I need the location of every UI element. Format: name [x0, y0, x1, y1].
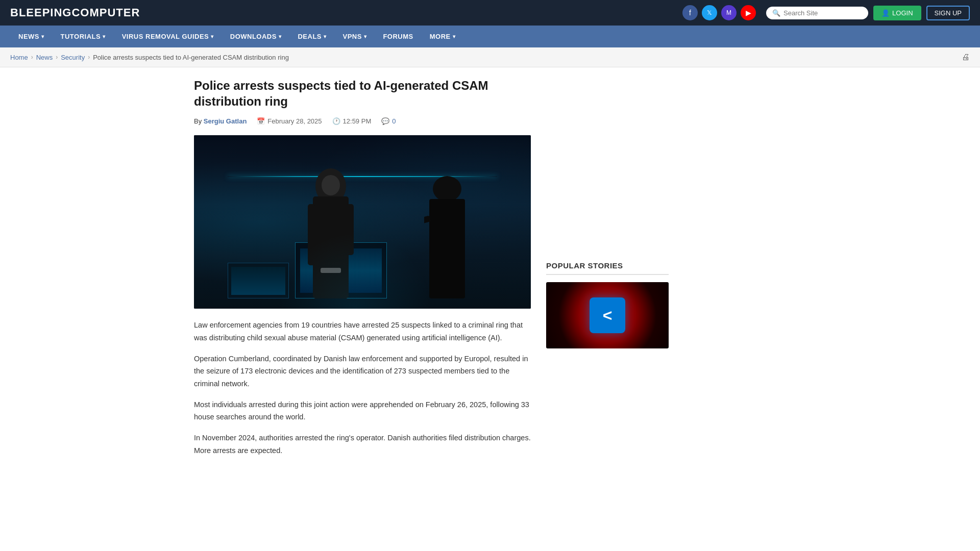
- nav-downloads-label: DOWNLOADS: [230, 33, 277, 40]
- nav-deals-label: DEALS: [298, 33, 322, 40]
- social-icons: f 𝕏 M ▶: [682, 5, 756, 20]
- comment-count: 0: [392, 117, 396, 125]
- article-time: 🕐 12:59 PM: [332, 117, 372, 125]
- breadcrumb-news[interactable]: News: [36, 54, 53, 61]
- youtube-icon[interactable]: ▶: [741, 5, 756, 20]
- sidebar: POPULAR STORIES <: [546, 78, 669, 465]
- vscode-logo: <: [590, 297, 625, 333]
- search-bar: 🔍: [766, 7, 868, 19]
- main-nav: NEWS ▾ TUTORIALS ▾ VIRUS REMOVAL GUIDES …: [0, 26, 980, 47]
- nav-forums-label: FORUMS: [383, 33, 413, 40]
- svg-point-6: [433, 176, 461, 202]
- nav-virus-arrow: ▾: [211, 34, 214, 39]
- nav-downloads-arrow: ▾: [279, 34, 282, 39]
- login-label: LOGIN: [892, 9, 913, 17]
- article-comments[interactable]: 💬 0: [381, 117, 396, 125]
- popular-stories-title: POPULAR STORIES: [546, 261, 669, 275]
- nav-more[interactable]: MORE ▾: [422, 26, 464, 47]
- nav-news-arrow: ▾: [41, 34, 44, 39]
- main-container: Police arrests suspects tied to AI-gener…: [184, 67, 796, 475]
- separator-1: ›: [31, 54, 33, 61]
- nav-deals[interactable]: DEALS ▾: [289, 26, 334, 47]
- breadcrumb-bar: Home › News › Security › Police arrests …: [0, 47, 980, 67]
- search-icon: 🔍: [772, 9, 780, 17]
- nav-virus-label: VIRUS REMOVAL GUIDES: [122, 33, 209, 40]
- author-prefix: By: [194, 117, 202, 125]
- nav-more-label: MORE: [430, 33, 451, 40]
- print-icon[interactable]: 🖨: [962, 53, 970, 62]
- article: Police arrests suspects tied to AI-gener…: [194, 78, 531, 465]
- nav-tutorials-arrow: ▾: [103, 34, 106, 39]
- article-date: 📅 February 28, 2025: [257, 117, 322, 125]
- image-scene: [194, 135, 531, 309]
- time-text: 12:59 PM: [343, 117, 372, 125]
- article-author: By Sergiu Gatlan: [194, 117, 247, 125]
- twitter-icon[interactable]: 𝕏: [702, 5, 717, 20]
- signup-button[interactable]: SIGN UP: [926, 6, 970, 20]
- header-right: f 𝕏 M ▶ 🔍 👤 LOGIN SIGN UP: [682, 5, 970, 20]
- login-button[interactable]: 👤 LOGIN: [873, 6, 921, 20]
- separator-2: ›: [56, 54, 58, 61]
- logo-prefix: BLEEPING: [10, 6, 71, 19]
- article-paragraph-2: Operation Cumberland, coordinated by Dan…: [194, 353, 531, 390]
- nav-vpns[interactable]: VPNS ▾: [335, 26, 375, 47]
- nav-news[interactable]: NEWS ▾: [10, 26, 53, 47]
- article-paragraph-3: Most individuals arrested during this jo…: [194, 398, 531, 423]
- nav-tutorials-label: TUTORIALS: [61, 33, 101, 40]
- search-input[interactable]: [783, 9, 862, 17]
- facebook-icon[interactable]: f: [682, 5, 698, 20]
- nav-deals-arrow: ▾: [324, 34, 327, 39]
- breadcrumb-security[interactable]: Security: [61, 54, 85, 61]
- nav-tutorials[interactable]: TUTORIALS ▾: [53, 26, 114, 47]
- article-body: Law enforcement agencies from 19 countri…: [194, 319, 531, 457]
- svg-rect-7: [429, 199, 465, 298]
- comment-icon: 💬: [381, 117, 389, 125]
- clock-icon: 🕐: [332, 117, 340, 125]
- separator-3: ›: [88, 54, 90, 61]
- monitor-glow: [278, 232, 431, 309]
- popular-story-image[interactable]: <: [546, 282, 669, 348]
- logo-suffix: COMPUTER: [71, 6, 140, 19]
- breadcrumb-home[interactable]: Home: [10, 54, 28, 61]
- mastodon-icon[interactable]: M: [721, 5, 737, 20]
- article-hero-image: [194, 135, 531, 309]
- calendar-icon: 📅: [257, 117, 265, 125]
- nav-virus-removal[interactable]: VIRUS REMOVAL GUIDES ▾: [114, 26, 222, 47]
- article-meta: By Sergiu Gatlan 📅 February 28, 2025 🕐 1…: [194, 117, 531, 125]
- sidebar-ad-space: [546, 78, 669, 251]
- breadcrumb-current: Police arrests suspects tied to AI-gener…: [93, 54, 289, 61]
- article-paragraph-1: Law enforcement agencies from 19 countri…: [194, 319, 531, 344]
- article-paragraph-4: In November 2024, authorities arrested t…: [194, 432, 531, 457]
- date-text: February 28, 2025: [267, 117, 322, 125]
- site-logo[interactable]: BLEEPINGCOMPUTER: [10, 6, 140, 19]
- site-header: BLEEPINGCOMPUTER f 𝕏 M ▶ 🔍 👤 LOGIN SIGN …: [0, 0, 980, 26]
- nav-news-label: NEWS: [18, 33, 39, 40]
- user-icon: 👤: [881, 9, 890, 17]
- nav-downloads[interactable]: DOWNLOADS ▾: [222, 26, 290, 47]
- nav-vpns-label: VPNS: [343, 33, 362, 40]
- popular-stories: POPULAR STORIES <: [546, 261, 669, 348]
- nav-vpns-arrow: ▾: [364, 34, 367, 39]
- svg-point-4: [322, 175, 340, 195]
- article-title: Police arrests suspects tied to AI-gener…: [194, 78, 531, 109]
- breadcrumb: Home › News › Security › Police arrests …: [10, 54, 289, 61]
- nav-more-arrow: ▾: [453, 34, 456, 39]
- nav-forums[interactable]: FORUMS: [375, 26, 421, 47]
- author-link[interactable]: Sergiu Gatlan: [204, 117, 247, 125]
